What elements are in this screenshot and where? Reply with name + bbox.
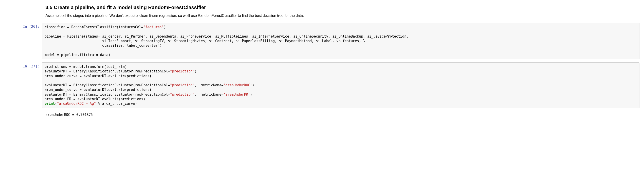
code-input-area[interactable]: predictions = model.transform(test_data)… [42, 62, 640, 108]
code-text: ) [252, 83, 254, 87]
code-text: ) [250, 92, 252, 97]
section-heading: 3.5 Create a pipeline, and fit a model u… [46, 5, 630, 11]
code-text: ) [164, 25, 166, 29]
input-prompt: In [26]: [4, 23, 42, 59]
code-text: model = pipeline.fit(train_data) [44, 53, 110, 57]
code-cell-26: In [26]: classifier = RandomForestClassi… [4, 23, 640, 59]
notebook: 3.5 Create a pipeline, and fit a model u… [4, 5, 640, 117]
code-text: ) [194, 69, 196, 73]
string-literal: 'areaUnderROC' [224, 83, 252, 87]
code-text: , metricName= [194, 83, 223, 87]
code-text: % area_under_curve) [96, 102, 137, 106]
output-text: areaUnderROC = 0.701875 [46, 111, 640, 117]
string-literal: 'areaUnderPR' [224, 92, 250, 97]
code-text: evaluatorDT = BinaryClassificationEvalua… [44, 83, 170, 87]
code-text: evaluatorDT = BinaryClassificationEvalua… [44, 69, 170, 73]
code-text: area_under_curve = evaluatorDT.evaluate(… [44, 88, 152, 92]
input-prompt: In [27]: [4, 62, 42, 108]
keyword: print [44, 102, 55, 106]
string-literal: "prediction" [170, 69, 194, 73]
code-text: predictions = model.transform(test_data) [44, 65, 127, 69]
string-literal: "prediction" [170, 83, 194, 87]
code-text: pipeline = Pipeline(stages=[si_gender, s… [44, 34, 408, 39]
code-text: , metricName= [194, 92, 223, 97]
code-text: classifier, label_converter]) [44, 44, 162, 48]
code-text: ( [55, 102, 57, 106]
string-literal: "features" [143, 25, 164, 29]
code-text: area_under_curve = evaluatorDT.evaluate(… [44, 74, 152, 78]
section-body: Assemble all the stages into a pipeline.… [46, 13, 630, 18]
code-input-area[interactable]: classifier = RandomForestClassifier(feat… [42, 23, 640, 59]
code-text: classifier = RandomForestClassifier(feat… [44, 25, 143, 29]
code-text: si_TechSupport, si_StreamingTV, si_Strea… [44, 39, 365, 43]
code-cell-27: In [27]: predictions = model.transform(t… [4, 62, 640, 108]
code-text: area_under_PR = evaluatorDT.evaluate(pre… [44, 97, 146, 101]
string-literal: "areaUnderROC = %g" [57, 102, 96, 106]
string-literal: "prediction" [170, 92, 194, 97]
markdown-cell: 3.5 Create a pipeline, and fit a model u… [46, 5, 630, 18]
code-text: evaluatorDT = BinaryClassificationEvalua… [44, 92, 170, 97]
